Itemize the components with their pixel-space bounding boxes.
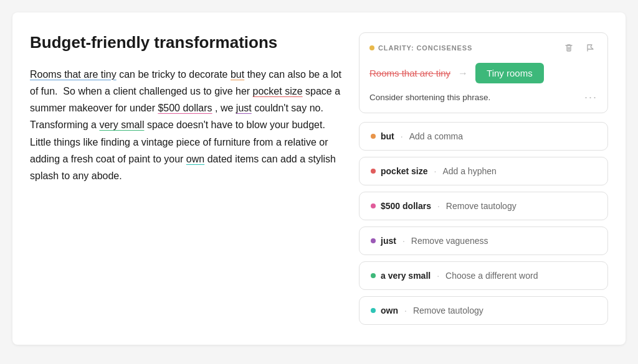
dot-icon-500-dollars [371, 203, 376, 208]
clarity-card-actions [561, 42, 598, 54]
left-panel: Budget-friendly transformations Rooms th… [30, 32, 344, 325]
dot-icon-but [371, 134, 376, 139]
separator: · [437, 201, 440, 211]
highlight-own[interactable]: own [186, 154, 204, 164]
dot-icon-just [371, 238, 376, 243]
delete-button[interactable] [561, 42, 576, 54]
suggestion-item-very-small[interactable]: a very small · Choose a different word [359, 261, 608, 290]
more-options-button[interactable]: ··· [584, 91, 598, 104]
dot-icon-own [371, 308, 376, 313]
clarity-label: CLARITY: CONCISENESS [369, 44, 472, 52]
suggestion-item-but[interactable]: but · Add a comma [359, 122, 608, 151]
highlight-pocket-size[interactable]: pocket size [253, 86, 303, 96]
text-segment-4: , we [215, 103, 236, 113]
separator: · [437, 271, 439, 281]
highlight-just[interactable]: just [236, 103, 252, 113]
keyword-own: own [381, 306, 398, 315]
main-container: Budget-friendly transformations Rooms th… [12, 12, 626, 345]
action-just: Remove vagueness [411, 236, 488, 246]
consider-text: Consider shortening this phrase. ··· [369, 91, 598, 104]
keyword-just: just [381, 236, 396, 246]
separator: · [404, 306, 407, 315]
right-panel: CLARITY: CONCISENESS [359, 32, 608, 325]
highlight-very-small[interactable]: very small [99, 119, 144, 130]
keyword-but: but [381, 131, 394, 141]
original-text: Rooms that are tiny [369, 68, 450, 78]
arrow-icon: → [458, 68, 468, 79]
suggestion-item-just[interactable]: just · Remove vagueness [359, 226, 608, 255]
keyword-pocket-size: pocket size [381, 166, 427, 176]
action-500-dollars: Remove tautology [446, 201, 517, 211]
highlight-rooms-that-are-tiny[interactable]: Rooms that are tiny [30, 69, 117, 80]
article-body: Rooms that are tiny can be tricky to dec… [30, 66, 344, 184]
action-pocket-size: Add a hyphen [442, 166, 496, 176]
suggestion-item-own[interactable]: own · Remove tautology [359, 296, 608, 325]
suggestion-item-pocket-size[interactable]: pocket size · Add a hyphen [359, 157, 608, 185]
highlight-but[interactable]: but [231, 69, 244, 80]
separator: · [402, 236, 405, 246]
highlight-500-dollars[interactable]: $500 dollars [158, 103, 212, 113]
separator: · [401, 131, 403, 141]
action-but: Add a comma [409, 131, 463, 141]
suggestion-apply-button[interactable]: Tiny rooms [475, 63, 544, 83]
separator: · [434, 166, 436, 176]
dot-icon-very-small [371, 273, 376, 278]
keyword-very-small: a very small [381, 271, 431, 281]
suggestion-row: Rooms that are tiny → Tiny rooms [369, 63, 598, 83]
keyword-500-dollars: $500 dollars [381, 201, 431, 211]
flag-button[interactable] [583, 42, 598, 54]
suggestion-item-500-dollars[interactable]: $500 dollars · Remove tautology [359, 192, 608, 220]
clarity-card-header: CLARITY: CONCISENESS [369, 42, 598, 54]
clarity-dot [369, 45, 374, 50]
clarity-card: CLARITY: CONCISENESS [359, 32, 608, 113]
page-title: Budget-friendly transformations [30, 32, 344, 54]
dot-icon-pocket-size [371, 169, 376, 174]
action-very-small: Choose a different word [445, 271, 538, 281]
text-segment-1: can be tricky to decorate [119, 69, 231, 80]
action-own: Remove tautology [413, 306, 483, 315]
